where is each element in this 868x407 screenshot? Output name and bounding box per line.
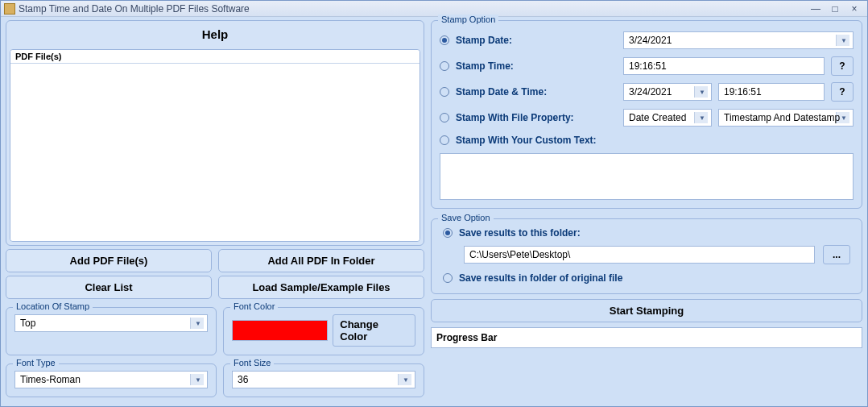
stamp-dt-help-button[interactable]: ? — [831, 82, 854, 102]
start-stamping-button[interactable]: Start Stamping — [431, 299, 862, 322]
chevron-down-icon: ▼ — [403, 376, 409, 384]
chevron-down-icon: ▼ — [195, 376, 201, 384]
font-size-select[interactable]: 36▼ — [232, 371, 415, 388]
pdf-list-header: PDF File(s) — [10, 50, 420, 64]
radio-stamp-time[interactable] — [440, 61, 449, 71]
stamp-option-title: Stamp Option — [438, 15, 498, 24]
help-button[interactable]: Help — [10, 24, 420, 44]
radio-save-to-folder[interactable] — [443, 228, 453, 238]
radio-save-original-folder[interactable] — [443, 273, 453, 283]
maximize-button[interactable]: □ — [825, 3, 845, 15]
stamp-time-input[interactable]: 19:16:51 — [623, 57, 825, 75]
stamp-prop-left-select[interactable]: Date Created▼ — [623, 109, 712, 127]
save-folder-label: Save results to this folder: — [459, 227, 581, 239]
chevron-down-icon: ▼ — [699, 89, 705, 96]
browse-folder-button[interactable]: ... — [823, 245, 850, 264]
custom-text-input[interactable] — [440, 153, 854, 200]
help-panel: Help PDF File(s) — [6, 20, 424, 246]
stamp-date-label: Stamp Date: — [456, 35, 617, 46]
save-option-title: Save Option — [438, 213, 494, 222]
client-area: Help PDF File(s) Add PDF File(s) Add All… — [1, 17, 867, 406]
chevron-down-icon: ▼ — [699, 114, 705, 122]
change-color-button[interactable]: Change Color — [333, 314, 415, 347]
chevron-down-icon: ▼ — [841, 37, 847, 44]
app-icon — [4, 3, 15, 15]
pdf-list-body[interactable] — [10, 64, 420, 241]
font-type-select[interactable]: Times-Roman▼ — [14, 371, 208, 388]
titlebar: Stamp Time and Date On Multiple PDF File… — [1, 1, 867, 17]
stamp-time-label: Stamp Time: — [456, 60, 617, 72]
minimize-button[interactable]: — — [806, 3, 825, 15]
stamp-dt-time-input[interactable]: 19:16:51 — [718, 83, 825, 101]
chevron-down-icon: ▼ — [195, 320, 201, 327]
color-swatch — [232, 320, 328, 341]
location-group: Location Of Stamp Top▼ — [6, 307, 217, 355]
add-all-pdf-button[interactable]: Add All PDF In Folder — [218, 249, 424, 272]
close-button[interactable]: × — [845, 3, 864, 15]
clear-list-button[interactable]: Clear List — [6, 276, 212, 299]
save-original-label: Save results in folder of original file — [459, 272, 622, 284]
radio-stamp-datetime[interactable] — [440, 87, 449, 97]
font-size-group: Font Size 36▼ — [223, 363, 424, 397]
stamp-prop-right-select[interactable]: Timestamp And Datestamp▼ — [718, 109, 854, 127]
stamp-dt-date-select[interactable]: 3/24/2021▼ — [623, 83, 712, 101]
stamp-time-help-button[interactable]: ? — [831, 56, 854, 76]
right-column: Stamp Option Stamp Date: 3/24/2021▼ Stam… — [431, 20, 862, 401]
stamp-date-select[interactable]: 3/24/2021▼ — [623, 31, 854, 49]
font-color-group: Font Color Change Color — [223, 307, 424, 355]
radio-stamp-date[interactable] — [440, 35, 449, 45]
font-type-title: Font Type — [13, 358, 59, 368]
stamp-custom-label: Stamp With Your Custom Text: — [456, 135, 597, 146]
window-title: Stamp Time and Date On Multiple PDF File… — [19, 3, 806, 15]
radio-stamp-custom[interactable] — [440, 135, 449, 145]
add-pdf-button[interactable]: Add PDF File(s) — [6, 249, 212, 272]
save-folder-input[interactable]: C:\Users\Pete\Desktop\ — [464, 246, 815, 264]
save-option-group: Save Option Save results to this folder:… — [431, 218, 862, 294]
progress-bar: Progress Bar — [431, 327, 862, 348]
pdf-file-list[interactable]: PDF File(s) — [10, 49, 420, 242]
font-type-group: Font Type Times-Roman▼ — [6, 363, 217, 397]
font-size-title: Font Size — [230, 358, 274, 368]
location-select[interactable]: Top▼ — [14, 314, 208, 332]
stamp-option-group: Stamp Option Stamp Date: 3/24/2021▼ Stam… — [431, 20, 862, 209]
radio-stamp-property[interactable] — [440, 113, 449, 123]
stamp-property-label: Stamp With File Property: — [456, 112, 617, 123]
chevron-down-icon: ▼ — [841, 114, 847, 122]
app-window: Stamp Time and Date On Multiple PDF File… — [0, 0, 868, 407]
left-column: Help PDF File(s) Add PDF File(s) Add All… — [6, 20, 424, 401]
font-color-title: Font Color — [230, 301, 278, 311]
location-title: Location Of Stamp — [13, 301, 93, 311]
stamp-datetime-label: Stamp Date & Time: — [456, 86, 617, 98]
load-sample-button[interactable]: Load Sample/Example Files — [218, 276, 424, 299]
